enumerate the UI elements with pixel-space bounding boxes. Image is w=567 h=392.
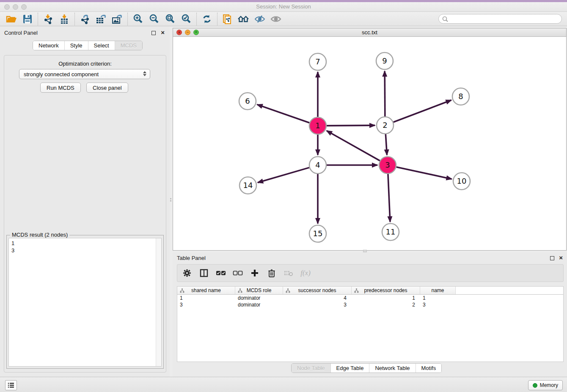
window-title: Session: New Session (0, 3, 567, 10)
column-visibility-button[interactable] (198, 268, 209, 279)
import-network-button[interactable] (40, 13, 56, 25)
table-row[interactable]: 3 dominator 3 2 3 (177, 301, 563, 308)
graph-edge[interactable] (385, 71, 385, 116)
open-session-button[interactable] (3, 13, 19, 25)
toolbar-separator (38, 13, 38, 25)
graph-edge[interactable] (396, 167, 452, 179)
close-panel-button[interactable]: Close panel (86, 83, 128, 93)
select-all-rows-button[interactable] (215, 268, 226, 279)
search-box[interactable] (438, 14, 562, 24)
table-panel-close-button[interactable]: × (559, 254, 563, 262)
table-panel-float-button[interactable] (550, 256, 554, 260)
application-window: Session: New Session (0, 0, 567, 392)
delete-table-icon (284, 270, 293, 276)
cell-name[interactable]: 3 (420, 301, 456, 308)
export-table-button[interactable] (93, 13, 109, 25)
hide-panel-button[interactable] (252, 13, 268, 25)
save-session-button[interactable] (19, 13, 36, 25)
tab-style[interactable]: Style (64, 41, 88, 50)
tab-network-table[interactable]: Network Table (369, 364, 415, 373)
graph-edge[interactable] (257, 105, 310, 123)
table-header-row: shared name MCDS role (177, 287, 563, 295)
column-header-mcds-role[interactable]: MCDS role (235, 287, 283, 294)
checked-boxes-icon (216, 270, 226, 276)
deselect-all-rows-button[interactable] (232, 268, 243, 279)
run-mcds-button[interactable]: Run MCDS (40, 83, 81, 93)
table-settings-button[interactable] (182, 268, 193, 279)
cell-successor-nodes[interactable]: 3 (283, 301, 352, 308)
graph-edge[interactable] (394, 100, 451, 122)
mcds-result-textarea[interactable]: 1 3 (8, 238, 162, 367)
titlebar: Session: New Session (0, 0, 567, 12)
result-scrollbar[interactable] (156, 238, 161, 366)
tab-node-table[interactable]: Node Table (292, 364, 330, 373)
zoom-fit-button[interactable] (162, 13, 178, 25)
graph-node-label: 2 (383, 121, 387, 130)
apply-function-button[interactable]: f(x) (300, 268, 311, 279)
delete-table-button[interactable] (283, 268, 294, 279)
tab-motifs[interactable]: Motifs (416, 364, 442, 373)
graph-edge[interactable] (327, 131, 380, 161)
cell-predecessor-nodes[interactable]: 1 (352, 295, 420, 301)
column-header-predecessor-nodes[interactable]: predecessor nodes (352, 287, 420, 294)
task-history-button[interactable] (5, 380, 17, 390)
delete-column-button[interactable] (266, 268, 277, 279)
column-header-successor-nodes[interactable]: successor nodes (283, 287, 352, 294)
cell-shared-name[interactable]: 1 (177, 295, 235, 301)
graph-edge[interactable] (385, 134, 387, 155)
mcds-result-title: MCDS result (2 nodes) (10, 232, 69, 238)
tab-mcds[interactable]: MCDS (115, 41, 142, 50)
tab-network[interactable]: Network (33, 41, 64, 50)
horizontal-split-handle[interactable] (363, 250, 367, 252)
cell-mcds-role[interactable]: dominator (235, 301, 283, 308)
import-table-button[interactable] (56, 13, 72, 25)
export-image-button[interactable] (109, 13, 125, 25)
columns-icon (200, 269, 208, 277)
graph-node-label: 11 (386, 227, 396, 236)
table-panel-header: Table Panel × (173, 254, 567, 262)
zoom-out-button[interactable] (146, 13, 162, 25)
control-panel: Control Panel × Network Style Select MCD… (0, 26, 170, 377)
zoom-in-button[interactable] (130, 13, 146, 25)
main-toolbar (0, 12, 567, 26)
mcds-result-text: 1 3 (11, 240, 14, 254)
column-header-shared-name[interactable]: shared name (177, 287, 235, 294)
cell-shared-name[interactable]: 3 (177, 301, 235, 308)
dropdown-selected-value: strongly connected component (24, 71, 99, 77)
tab-select[interactable]: Select (88, 41, 115, 50)
home-button[interactable] (236, 13, 252, 25)
tab-edge-table[interactable]: Edge Table (330, 364, 369, 373)
memory-button[interactable]: Memory (528, 380, 563, 390)
graph-edge[interactable] (258, 168, 309, 182)
graph-node-label: 14 (243, 181, 253, 190)
show-panel-button[interactable] (268, 13, 284, 25)
add-column-button[interactable] (249, 268, 260, 279)
node-table[interactable]: shared name MCDS role (177, 286, 564, 362)
cell-name[interactable]: 1 (420, 295, 456, 301)
home-icon (237, 14, 250, 24)
network-window-title: scc.txt (173, 29, 566, 36)
zoom-selected-button[interactable] (178, 13, 194, 25)
cell-successor-nodes[interactable]: 4 (283, 295, 352, 301)
table-panel-title: Table Panel (177, 255, 206, 261)
graph-edge[interactable] (388, 174, 390, 222)
graph-node-label: 3 (385, 160, 390, 169)
mcds-tab-page: Optimization criterion: strongly connect… (4, 55, 166, 373)
optimization-criterion-dropdown[interactable]: strongly connected component (19, 69, 150, 79)
import-table-icon (59, 14, 70, 25)
column-header-name[interactable]: name (420, 287, 456, 294)
graph-edge[interactable] (327, 125, 375, 126)
table-row[interactable]: 1 dominator 4 1 1 (177, 295, 563, 301)
vertical-split-handle[interactable] (170, 197, 172, 202)
search-input[interactable] (449, 15, 561, 23)
new-network-from-selection-button[interactable] (220, 13, 236, 25)
network-canvas[interactable]: 7968124314101511 (173, 37, 566, 250)
cell-predecessor-nodes[interactable]: 2 (352, 301, 420, 308)
zoom-in-icon (132, 14, 143, 25)
control-panel-float-button[interactable] (151, 31, 156, 35)
refresh-button[interactable] (199, 13, 215, 25)
cell-mcds-role[interactable]: dominator (235, 295, 283, 301)
import-network-icon (43, 14, 54, 25)
export-network-button[interactable] (77, 13, 93, 25)
control-panel-close-button[interactable]: × (161, 29, 165, 36)
